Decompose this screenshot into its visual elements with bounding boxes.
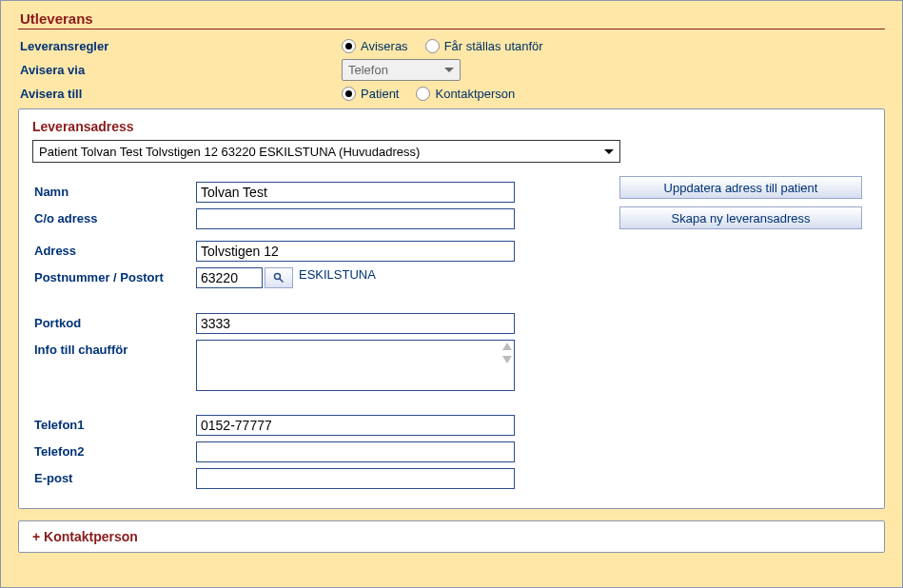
form-row-adress: Adress: [32, 241, 871, 262]
label-namn: Namn: [32, 182, 196, 199]
input-postnummer[interactable]: [196, 267, 263, 288]
row-avisera-via: Avisera via Telefon: [18, 59, 885, 81]
radio-group-avisera-till: Patient Kontaktperson: [342, 87, 528, 101]
radio-label-kontaktperson: Kontaktperson: [435, 87, 515, 101]
radio-dot-icon: [416, 87, 430, 101]
input-telefon2[interactable]: [196, 441, 515, 462]
label-telefon2: Telefon2: [32, 441, 196, 459]
chevron-down-icon: [604, 149, 614, 154]
radio-aviseras[interactable]: Aviseras: [342, 39, 408, 53]
radio-label-aviseras: Aviseras: [361, 39, 408, 53]
form-row-co: C/o adress: [32, 208, 515, 229]
input-namn[interactable]: [196, 182, 515, 203]
form-row-portkod: Portkod: [32, 313, 871, 334]
radio-label-patient: Patient: [361, 87, 399, 101]
section-title: Utleverans: [18, 10, 885, 29]
radio-dot-icon: [342, 87, 356, 101]
chevron-up-icon: [502, 343, 512, 350]
kontaktperson-toggle: + Kontaktperson: [32, 529, 138, 544]
label-info-chauffor: Info till chaufför: [32, 340, 196, 357]
radio-far-stallas-utanfor[interactable]: Får ställas utanför: [425, 39, 543, 53]
select-avisera-via[interactable]: Telefon: [342, 59, 461, 81]
form-row-epost: E-post: [32, 468, 871, 489]
select-avisera-via-value: Telefon: [348, 63, 388, 77]
radio-group-leveransregler: Aviseras Får ställas utanför: [342, 39, 557, 53]
radio-label-far-stallas: Får ställas utanför: [444, 39, 543, 53]
form-row-info-chauffor: Info till chaufför: [32, 340, 871, 394]
chevron-down-icon: [444, 68, 454, 72]
postnummer-lookup-button[interactable]: [265, 267, 293, 288]
form-row-postnummer: Postnummer / Postort ESKILSTUNA: [32, 267, 871, 288]
input-epost[interactable]: [196, 468, 515, 489]
address-select[interactable]: Patient Tolvan Test Tolvstigen 12 63220 …: [32, 140, 620, 163]
side-buttons: Uppdatera adress till patient Skapa ny l…: [619, 176, 862, 229]
utleverans-section: Utleverans Leveransregler Aviseras Får s…: [0, 0, 903, 588]
row-avisera-till: Avisera till Patient Kontaktperson: [18, 87, 885, 101]
postort-value: ESKILSTUNA: [299, 267, 376, 282]
radio-patient[interactable]: Patient: [342, 87, 399, 101]
panel-title: Leveransadress: [32, 119, 871, 134]
label-adress: Adress: [32, 241, 196, 258]
chevron-down-icon: [502, 356, 512, 363]
label-leveransregler: Leveransregler: [18, 39, 342, 53]
textarea-spinner[interactable]: [502, 343, 512, 363]
form-row-telefon2: Telefon2: [32, 441, 871, 462]
svg-point-0: [275, 274, 281, 280]
svg-line-1: [280, 279, 284, 283]
uppdatera-adress-button[interactable]: Uppdatera adress till patient: [619, 176, 862, 199]
leveransadress-panel: Leveransadress Patient Tolvan Test Tolvs…: [18, 108, 885, 509]
row-leveransregler: Leveransregler Aviseras Får ställas utan…: [18, 39, 885, 53]
label-epost: E-post: [32, 468, 196, 485]
address-select-value: Patient Tolvan Test Tolvstigen 12 63220 …: [39, 145, 420, 159]
input-adress[interactable]: [196, 241, 515, 262]
radio-dot-icon: [342, 39, 356, 53]
form-row-namn: Namn: [32, 182, 515, 203]
form-row-telefon1: Telefon1: [32, 415, 871, 436]
kontaktperson-panel[interactable]: + Kontaktperson: [18, 520, 885, 553]
input-co-adress[interactable]: [196, 208, 515, 229]
label-portkod: Portkod: [32, 313, 196, 330]
textarea-info-chauffor[interactable]: [196, 340, 515, 391]
input-telefon1[interactable]: [196, 415, 515, 436]
label-avisera-via: Avisera via: [18, 63, 342, 77]
radio-dot-icon: [425, 39, 440, 53]
radio-kontaktperson[interactable]: Kontaktperson: [416, 87, 515, 101]
label-co-adress: C/o adress: [32, 208, 196, 225]
label-telefon1: Telefon1: [32, 415, 196, 432]
label-postnummer-postort: Postnummer / Postort: [32, 267, 196, 284]
skapa-ny-leveransadress-button[interactable]: Skapa ny leveransadress: [619, 206, 862, 229]
input-portkod[interactable]: [196, 313, 515, 334]
magnifier-icon: [273, 272, 285, 284]
label-avisera-till: Avisera till: [18, 87, 342, 101]
